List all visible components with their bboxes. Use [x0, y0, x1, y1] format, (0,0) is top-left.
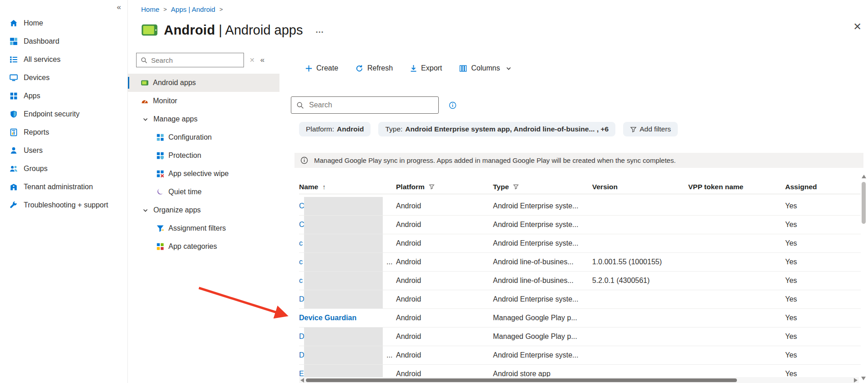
app-name-cell[interactable]: c — [299, 234, 396, 252]
app-name-cell[interactable]: C — [299, 197, 396, 215]
menu-item-protection[interactable]: Protection — [128, 146, 279, 165]
platform-cell: Android — [396, 351, 493, 359]
sidebar-item-dashboard[interactable]: Dashboard — [0, 32, 127, 50]
list-search-box[interactable] — [291, 96, 439, 114]
menu-search-box[interactable] — [136, 53, 244, 67]
menu-item-quiet-time[interactable]: Quiet time — [128, 183, 279, 201]
add-filters-button[interactable]: Add filters — [623, 122, 678, 136]
platform-cell: Android — [396, 314, 493, 322]
menu-item-label: App selective wipe — [168, 170, 229, 178]
scroll-right-arrow[interactable] — [854, 378, 858, 383]
sidebar-item-endpoint-security[interactable]: Endpoint security — [0, 105, 127, 123]
menu-item-monitor[interactable]: Monitor — [128, 92, 279, 110]
menu-item-configuration[interactable]: Configuration — [128, 128, 279, 146]
app-name-link[interactable]: D — [299, 295, 305, 303]
app-name-cell[interactable]: c — [299, 272, 396, 290]
column-header-vpp-token-name[interactable]: VPP token name — [688, 183, 785, 191]
column-label: Type — [493, 183, 509, 191]
menu-item-android-apps[interactable]: Android apps — [128, 74, 279, 92]
column-header-assigned[interactable]: Assigned — [785, 183, 857, 191]
table-row[interactable]: C Android Android Enterprise syste... Ye… — [299, 216, 861, 234]
app-name-link[interactable]: c — [299, 258, 303, 266]
list-search-input[interactable] — [309, 101, 433, 109]
devices-icon — [10, 74, 18, 82]
sidebar-item-groups[interactable]: Groups — [0, 160, 127, 178]
menu-collapse-button[interactable]: « — [260, 55, 264, 65]
scroll-up-arrow[interactable] — [862, 175, 866, 178]
close-icon[interactable]: ✕ — [853, 21, 862, 33]
menu-search-clear-button[interactable]: ✕ — [249, 56, 255, 64]
more-actions-button[interactable]: ... — [316, 25, 324, 35]
sidebar-collapse-button[interactable]: « — [117, 3, 121, 12]
app-name-link[interactable]: c — [299, 239, 303, 247]
scroll-down-arrow[interactable] — [861, 377, 866, 380]
app-name-link[interactable]: C — [299, 202, 305, 210]
assigned-cell: Yes — [785, 202, 857, 210]
vertical-scrollbar[interactable] — [861, 174, 867, 383]
column-header-name[interactable]: Name ↑ — [299, 183, 396, 191]
filter-pill-row: Platform: Android Type: Android Enterpri… — [299, 122, 868, 136]
app-name-cell[interactable]: c... — [299, 253, 396, 271]
horizontal-scrollbar[interactable] — [299, 377, 859, 383]
create-button[interactable]: Create — [305, 64, 338, 72]
sidebar-item-reports[interactable]: Reports — [0, 123, 127, 141]
columns-button[interactable]: Columns — [459, 64, 512, 72]
menu-item-assignment-filters[interactable]: Assignment filters — [128, 219, 279, 237]
filter-pill-type[interactable]: Type: Android Enterprise system app, And… — [378, 122, 615, 136]
column-header-version[interactable]: Version — [592, 183, 688, 191]
sidebar-item-all-services[interactable]: All services — [0, 50, 127, 69]
wrench-icon — [10, 201, 18, 209]
app-name-cell[interactable]: Device Guardian — [299, 309, 396, 327]
table-row[interactable]: D Android Managed Google Play p... Yes — [299, 328, 861, 346]
horizontal-scrollbar-thumb[interactable] — [306, 378, 737, 382]
menu-search-input[interactable] — [151, 56, 239, 64]
app-name-link[interactable]: D — [299, 351, 305, 359]
app-name-cell[interactable]: C — [299, 216, 396, 234]
breadcrumb-separator: > — [219, 6, 223, 13]
sidebar-item-apps[interactable]: Apps — [0, 87, 127, 105]
app-name-cell[interactable]: D — [299, 290, 396, 308]
breadcrumb-separator: > — [163, 6, 167, 13]
app-name-cell[interactable]: D... — [299, 346, 396, 364]
refresh-button[interactable]: Refresh — [355, 64, 393, 72]
breadcrumb-home-link[interactable]: Home — [141, 5, 159, 13]
sidebar-item-home[interactable]: Home — [0, 14, 127, 32]
type-cell: Android Enterprise syste... — [493, 239, 592, 247]
table-row[interactable]: D... Android Android Enterprise syste...… — [299, 346, 861, 365]
table-row[interactable]: c Android Android line-of-busines... 5.2… — [299, 272, 861, 290]
table-row[interactable]: C Android Android Enterprise syste... Ye… — [299, 197, 861, 216]
app-name-link[interactable]: C — [299, 221, 305, 229]
filter-label: Type: — [385, 125, 402, 133]
menu-item-label: Assignment filters — [168, 224, 226, 232]
table-row[interactable]: D Android Android Enterprise syste... Ye… — [299, 290, 861, 309]
export-button[interactable]: Export — [410, 64, 442, 72]
sidebar-item-devices[interactable]: Devices — [0, 69, 127, 87]
scroll-left-arrow[interactable] — [300, 378, 304, 383]
table-row-device-guardian[interactable]: Device Guardian Android Managed Google P… — [299, 309, 861, 328]
protection-icon — [156, 151, 164, 160]
content-area: Home > Apps | Android > Android | Androi… — [128, 0, 868, 383]
table-row[interactable]: c... Android Android line-of-busines... … — [299, 253, 861, 272]
configuration-icon — [156, 133, 164, 141]
breadcrumb-apps-android-link[interactable]: Apps | Android — [171, 5, 215, 13]
filter-pill-platform[interactable]: Platform: Android — [299, 122, 371, 136]
sidebar-item-tenant-administration[interactable]: Tenant administration — [0, 178, 127, 196]
column-header-type[interactable]: Type — [493, 183, 592, 191]
menu-item-app-categories[interactable]: App categories — [128, 237, 279, 256]
app-name-cell[interactable]: D — [299, 328, 396, 346]
left-sidebar: « Home Dashboard All services Devices Ap… — [0, 0, 128, 383]
info-icon — [300, 156, 308, 164]
menu-item-app-selective-wipe[interactable]: App selective wipe — [128, 165, 279, 183]
sidebar-item-users[interactable]: Users — [0, 141, 127, 160]
menu-group-manage-apps[interactable]: Manage apps — [128, 110, 279, 128]
menu-group-organize-apps[interactable]: Organize apps — [128, 201, 279, 219]
search-info-button[interactable] — [449, 101, 457, 109]
app-name-link[interactable]: c — [299, 277, 303, 285]
sidebar-item-troubleshooting-support[interactable]: Troubleshooting + support — [0, 196, 127, 214]
app-name-link[interactable]: Device Guardian — [299, 314, 356, 322]
table-row[interactable]: c Android Android Enterprise syste... Ye… — [299, 234, 861, 253]
column-header-platform[interactable]: Platform — [396, 183, 493, 191]
app-name-link[interactable]: D — [299, 333, 305, 341]
vertical-scrollbar-thumb[interactable] — [862, 182, 866, 224]
home-icon — [10, 19, 18, 27]
